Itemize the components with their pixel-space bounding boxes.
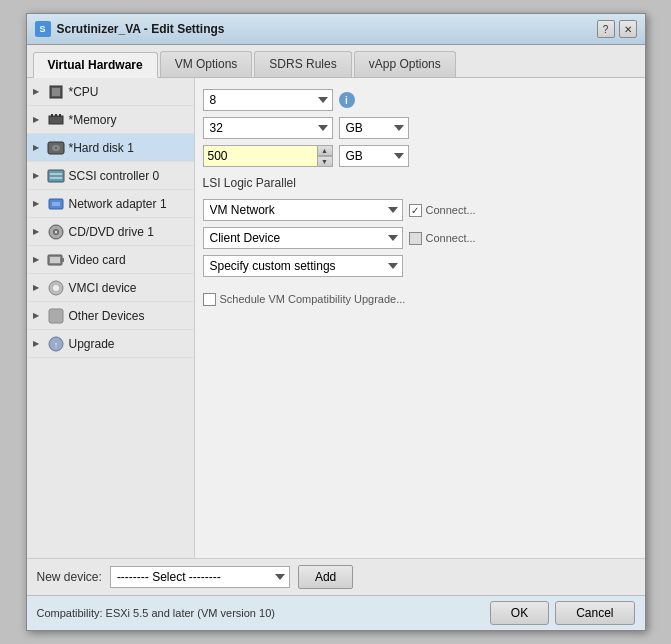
svg-rect-11 [50,177,62,179]
left-item-video-card[interactable]: ▶ Video card [27,246,194,274]
tabs-bar: Virtual Hardware VM Options SDRS Rules v… [27,45,645,78]
svg-rect-1 [52,88,60,96]
tab-vm-options[interactable]: VM Options [160,51,253,77]
expand-arrow-scsi: ▶ [33,171,43,180]
expand-arrow-cd: ▶ [33,227,43,236]
cancel-button[interactable]: Cancel [555,601,634,625]
disk-icon [47,141,65,155]
left-item-other-devices[interactable]: ▶ Other Devices [27,302,194,330]
content-area: ▶ *CPU ▶ *Memory ▶ *Hard disk 1 [27,78,645,558]
expand-arrow-upgrade: ▶ [33,339,43,348]
tab-sdrs-rules[interactable]: SDRS Rules [254,51,351,77]
svg-rect-4 [55,114,57,117]
title-bar-left: S Scrutinizer_VA - Edit Settings [35,21,225,37]
svg-rect-22 [49,309,63,323]
cd-dvd-row: Client Device Host Device Connect... [203,224,637,252]
left-item-cpu[interactable]: ▶ *CPU [27,78,194,106]
svg-rect-5 [59,114,61,117]
network-row: VM Network ✓ Connect... [203,196,637,224]
svg-rect-13 [52,202,60,206]
other-devices-icon [47,309,65,323]
memory-select[interactable]: 32 1 2 4 8 16 64 [203,117,333,139]
video-row: Specify custom settings Auto-detect sett… [203,252,637,280]
title-bar-controls: ? ✕ [597,20,637,38]
expand-arrow-hard-disk: ▶ [33,143,43,152]
upgrade-checkbox[interactable] [203,293,216,306]
svg-rect-18 [50,257,60,263]
cd-dvd-select[interactable]: Client Device Host Device [203,227,403,249]
vmci-device-label: VMCI device [69,281,188,295]
video-select[interactable]: Specify custom settings Auto-detect sett… [203,255,403,277]
svg-point-16 [54,230,57,233]
network-connect-checkbox[interactable]: ✓ [409,204,422,217]
status-buttons: OK Cancel [490,601,635,625]
scsi-label: SCSI controller 0 [69,169,188,183]
left-item-upgrade[interactable]: ▶ ↑ Upgrade [27,330,194,358]
svg-rect-9 [48,170,64,182]
svg-rect-2 [49,116,63,124]
hard-disk-row: ▲ ▼ GB MB TB [203,142,637,170]
expand-arrow-memory: ▶ [33,115,43,124]
new-device-label: New device: [37,570,102,584]
add-button[interactable]: Add [298,565,353,589]
upgrade-row: Schedule VM Compatibility Upgrade... [203,286,637,312]
expand-arrow-other: ▶ [33,311,43,320]
window-title: Scrutinizer_VA - Edit Settings [57,22,225,36]
app-icon: S [35,21,51,37]
network-select[interactable]: VM Network [203,199,403,221]
svg-rect-10 [50,173,62,175]
scsi-value: LSI Logic Parallel [203,176,296,190]
left-item-network-adapter[interactable]: ▶ Network adapter 1 [27,190,194,218]
hard-disk-unit-select[interactable]: GB MB TB [339,145,409,167]
video-icon [47,253,65,267]
svg-point-8 [55,147,57,149]
left-item-cd-dvd[interactable]: ▶ CD/DVD drive 1 [27,218,194,246]
svg-rect-19 [62,258,64,262]
other-devices-label: Other Devices [69,309,188,323]
scsi-row: LSI Logic Parallel [203,170,637,196]
upgrade-icon: ↑ [47,337,65,351]
vmci-icon [47,281,65,295]
cpu-info-icon[interactable]: i [339,92,355,108]
spinner-buttons: ▲ ▼ [317,145,333,167]
ok-button[interactable]: OK [490,601,549,625]
left-item-hard-disk-1[interactable]: ▶ *Hard disk 1 [27,134,194,162]
memory-row: 32 1 2 4 8 16 64 GB MB [203,114,637,142]
new-device-select[interactable]: -------- Select -------- [110,566,290,588]
svg-text:↑: ↑ [53,340,58,350]
network-icon [47,197,65,211]
cd-connect-wrap: Connect... [409,232,476,245]
cpu-icon [47,85,65,99]
spin-down-button[interactable]: ▼ [317,156,333,167]
expand-arrow-network: ▶ [33,199,43,208]
cd-icon [47,225,65,239]
bottom-bar: New device: -------- Select -------- Add [27,558,645,595]
cd-dvd-label: CD/DVD drive 1 [69,225,188,239]
help-button[interactable]: ? [597,20,615,38]
left-panel: ▶ *CPU ▶ *Memory ▶ *Hard disk 1 [27,78,195,558]
expand-arrow-cpu: ▶ [33,87,43,96]
expand-arrow-video: ▶ [33,255,43,264]
network-connect-wrap: ✓ Connect... [409,204,476,217]
memory-unit-select[interactable]: GB MB [339,117,409,139]
svg-rect-3 [51,114,53,117]
left-item-memory[interactable]: ▶ *Memory [27,106,194,134]
network-adapter-label: Network adapter 1 [69,197,188,211]
cpu-label: *CPU [69,85,188,99]
cd-connect-checkbox[interactable] [409,232,422,245]
tab-virtual-hardware[interactable]: Virtual Hardware [33,52,158,78]
hard-disk-label: *Hard disk 1 [69,141,188,155]
hard-disk-input[interactable] [203,145,333,167]
title-bar: S Scrutinizer_VA - Edit Settings ? ✕ [27,14,645,45]
compatibility-text: Compatibility: ESXi 5.5 and later (VM ve… [37,607,275,619]
svg-point-21 [53,285,59,291]
tab-vapp-options[interactable]: vApp Options [354,51,456,77]
spin-up-button[interactable]: ▲ [317,145,333,156]
left-item-scsi-controller[interactable]: ▶ SCSI controller 0 [27,162,194,190]
cpu-row: 8 1 2 4 16 i [203,86,637,114]
close-button[interactable]: ✕ [619,20,637,38]
cpu-select[interactable]: 8 1 2 4 16 [203,89,333,111]
expand-arrow-vmci: ▶ [33,283,43,292]
video-card-label: Video card [69,253,188,267]
left-item-vmci-device[interactable]: ▶ VMCI device [27,274,194,302]
